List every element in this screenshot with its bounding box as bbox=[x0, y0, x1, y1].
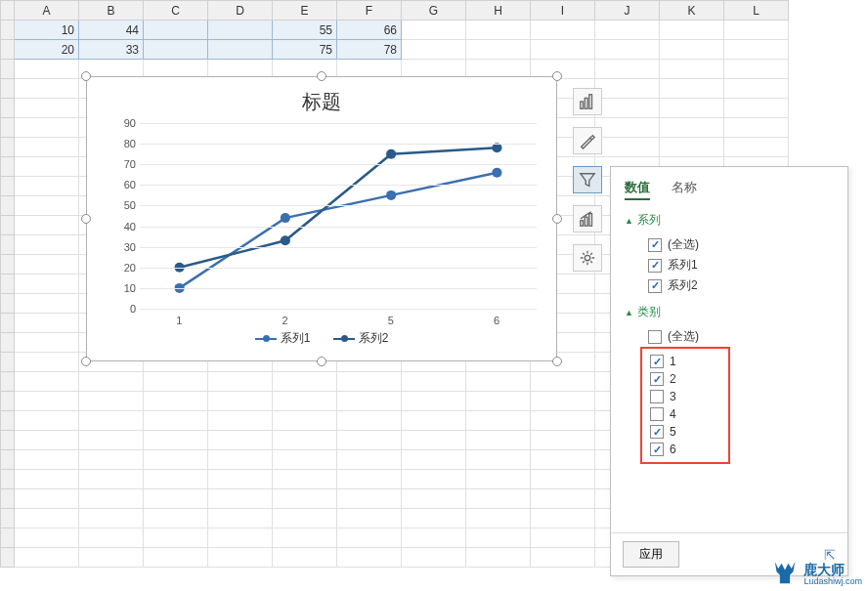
cell[interactable] bbox=[273, 450, 337, 470]
col-header[interactable]: B bbox=[79, 1, 144, 21]
cell[interactable] bbox=[531, 528, 595, 548]
row-header[interactable] bbox=[1, 177, 15, 196]
cell[interactable] bbox=[531, 470, 595, 489]
cell[interactable] bbox=[337, 489, 402, 509]
cell[interactable] bbox=[466, 509, 531, 528]
cell[interactable] bbox=[660, 138, 724, 157]
row-header[interactable] bbox=[1, 353, 15, 372]
row-header[interactable] bbox=[1, 314, 15, 333]
row-header[interactable] bbox=[1, 294, 15, 314]
cell[interactable] bbox=[402, 431, 466, 450]
row-header[interactable] bbox=[1, 157, 15, 177]
cell[interactable] bbox=[660, 79, 724, 99]
cell[interactable]: 78 bbox=[337, 40, 402, 60]
plot-area[interactable]: 01020304050607080901256 bbox=[140, 123, 537, 309]
checkbox-series-2[interactable] bbox=[648, 279, 662, 293]
cell[interactable] bbox=[724, 21, 789, 40]
cell[interactable] bbox=[79, 450, 144, 470]
cell[interactable] bbox=[144, 40, 208, 60]
cell[interactable] bbox=[337, 372, 402, 392]
cell[interactable] bbox=[144, 450, 208, 470]
row-header[interactable] bbox=[1, 216, 15, 235]
cell[interactable] bbox=[660, 60, 724, 79]
cell[interactable] bbox=[15, 470, 79, 489]
cell[interactable] bbox=[724, 138, 789, 157]
cell[interactable] bbox=[273, 411, 337, 431]
cell[interactable] bbox=[273, 372, 337, 392]
cell[interactable] bbox=[15, 274, 79, 294]
checkbox-series-1[interactable] bbox=[648, 259, 662, 273]
cell[interactable] bbox=[208, 431, 273, 450]
row-header[interactable] bbox=[1, 118, 15, 138]
select-all-corner[interactable] bbox=[1, 1, 15, 21]
checkbox-category-all[interactable] bbox=[648, 330, 662, 344]
cell[interactable] bbox=[79, 509, 144, 528]
cell[interactable] bbox=[531, 431, 595, 450]
cell[interactable] bbox=[15, 392, 79, 411]
cell[interactable] bbox=[15, 60, 79, 79]
cell[interactable] bbox=[144, 21, 208, 40]
cell[interactable] bbox=[208, 40, 273, 60]
resize-handle[interactable] bbox=[552, 214, 562, 224]
cell[interactable] bbox=[466, 450, 531, 470]
row-header[interactable] bbox=[1, 274, 15, 294]
cell[interactable] bbox=[15, 353, 79, 372]
cell[interactable] bbox=[144, 411, 208, 431]
cell[interactable] bbox=[466, 470, 531, 489]
cell[interactable] bbox=[208, 21, 273, 40]
cell[interactable] bbox=[337, 528, 402, 548]
cell[interactable] bbox=[402, 392, 466, 411]
cell[interactable] bbox=[466, 40, 531, 60]
checkbox-series-all[interactable] bbox=[648, 238, 662, 252]
cell[interactable] bbox=[660, 40, 724, 60]
col-header[interactable]: D bbox=[208, 1, 273, 21]
cell[interactable] bbox=[724, 79, 789, 99]
col-header[interactable]: C bbox=[144, 1, 208, 21]
col-header[interactable]: E bbox=[273, 1, 337, 21]
cell[interactable] bbox=[273, 528, 337, 548]
cell[interactable] bbox=[273, 470, 337, 489]
cell[interactable] bbox=[144, 548, 208, 568]
cell[interactable] bbox=[79, 528, 144, 548]
cell[interactable] bbox=[15, 333, 79, 353]
row-header[interactable] bbox=[1, 528, 15, 548]
cell[interactable] bbox=[15, 99, 79, 118]
checkbox-cat-5[interactable] bbox=[650, 425, 664, 439]
col-header[interactable]: F bbox=[337, 1, 402, 21]
cell[interactable] bbox=[531, 509, 595, 528]
cell[interactable] bbox=[724, 99, 789, 118]
cell[interactable] bbox=[595, 21, 660, 40]
cell[interactable] bbox=[273, 431, 337, 450]
embedded-chart[interactable]: 标题 01020304050607080901256 系列1 系列2 bbox=[86, 76, 557, 361]
cell[interactable]: 75 bbox=[273, 40, 337, 60]
cell[interactable] bbox=[595, 79, 660, 99]
cell[interactable] bbox=[79, 431, 144, 450]
cell[interactable] bbox=[337, 392, 402, 411]
cell[interactable] bbox=[466, 489, 531, 509]
cell[interactable] bbox=[144, 431, 208, 450]
row-header[interactable] bbox=[1, 255, 15, 274]
cell[interactable]: 20 bbox=[15, 40, 79, 60]
cell[interactable] bbox=[724, 60, 789, 79]
cell[interactable] bbox=[402, 40, 466, 60]
resize-handle[interactable] bbox=[81, 71, 91, 81]
cell[interactable] bbox=[15, 314, 79, 333]
chart-legend[interactable]: 系列1 系列2 bbox=[87, 330, 556, 347]
cell[interactable] bbox=[402, 450, 466, 470]
cell[interactable] bbox=[402, 489, 466, 509]
row-header[interactable] bbox=[1, 411, 15, 431]
cell[interactable] bbox=[466, 431, 531, 450]
cell[interactable] bbox=[79, 392, 144, 411]
row-header[interactable] bbox=[1, 21, 15, 40]
col-header[interactable]: L bbox=[724, 1, 789, 21]
cell[interactable]: 33 bbox=[79, 40, 144, 60]
row-header[interactable] bbox=[1, 489, 15, 509]
cell[interactable] bbox=[402, 372, 466, 392]
cell[interactable] bbox=[466, 528, 531, 548]
resize-handle[interactable] bbox=[317, 357, 326, 366]
cell[interactable] bbox=[466, 372, 531, 392]
cell[interactable] bbox=[273, 509, 337, 528]
row-header[interactable] bbox=[1, 60, 15, 79]
cell[interactable]: 66 bbox=[337, 21, 402, 40]
cell[interactable] bbox=[337, 450, 402, 470]
